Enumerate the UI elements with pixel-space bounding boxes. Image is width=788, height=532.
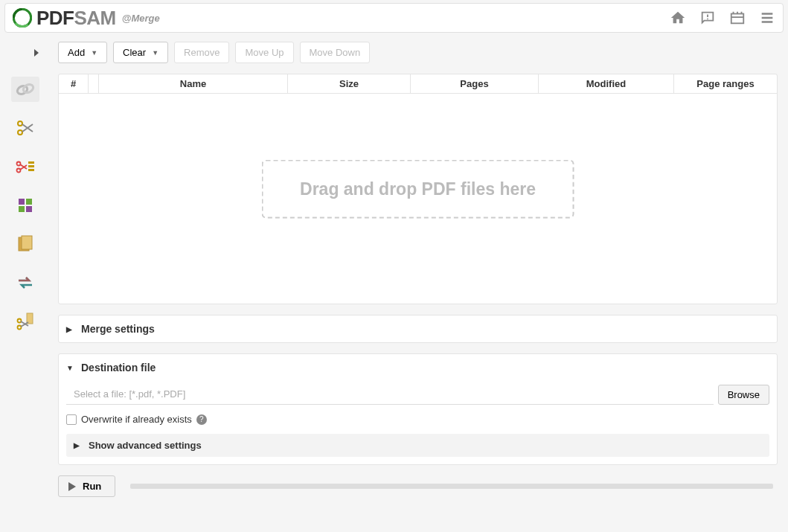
col-modified[interactable]: Modified xyxy=(539,74,674,93)
destination-toggle[interactable]: ▼ Destination file xyxy=(66,362,769,374)
toolbar: Add▼ Clear▼ Remove Move Up Move Down xyxy=(58,42,778,63)
sidebar xyxy=(0,33,51,528)
mix-icon xyxy=(16,234,35,254)
svg-rect-21 xyxy=(22,236,32,249)
destination-section: ▼ Destination file Browse Overwrite if a… xyxy=(58,353,778,465)
file-table: # Name Size Pages Modified Page ranges D… xyxy=(58,74,778,304)
home-icon[interactable] xyxy=(670,10,686,26)
svg-rect-17 xyxy=(26,199,32,205)
rotate-icon xyxy=(15,275,36,291)
split-bookmarks-icon xyxy=(15,158,36,176)
sidebar-item-alternate-mix[interactable] xyxy=(11,231,39,257)
sidebar-collapse-icon[interactable] xyxy=(34,48,40,59)
sidebar-item-split-size[interactable] xyxy=(11,309,39,334)
news-icon[interactable] xyxy=(729,10,746,26)
svg-rect-15 xyxy=(28,169,34,171)
movedown-button[interactable]: Move Down xyxy=(300,42,371,63)
overwrite-label: Overwrite if already exists xyxy=(81,414,192,425)
caret-right-icon: ▶ xyxy=(74,441,83,449)
destination-file-input[interactable] xyxy=(66,384,714,405)
sidebar-item-merge[interactable] xyxy=(11,77,39,102)
extract-icon xyxy=(16,196,35,215)
table-header: # Name Size Pages Modified Page ranges xyxy=(59,74,777,94)
col-size[interactable]: Size xyxy=(288,74,411,93)
menu-icon[interactable] xyxy=(759,10,775,26)
col-pages[interactable]: Pages xyxy=(411,74,539,93)
brand-text: PDFSAM xyxy=(36,7,116,30)
svg-point-10 xyxy=(18,130,22,135)
clear-button[interactable]: Clear▼ xyxy=(113,42,168,63)
advanced-settings-toggle[interactable]: ▶ Show advanced settings xyxy=(66,434,769,457)
merge-settings-toggle[interactable]: ▶ Merge settings xyxy=(66,323,769,335)
svg-rect-13 xyxy=(28,161,34,164)
svg-rect-16 xyxy=(19,199,25,205)
svg-rect-14 xyxy=(28,165,34,167)
moveup-button[interactable]: Move Up xyxy=(235,42,293,63)
add-button[interactable]: Add▼ xyxy=(58,42,107,63)
col-name[interactable]: Name xyxy=(99,74,288,93)
svg-point-4 xyxy=(707,18,708,19)
svg-rect-18 xyxy=(19,206,25,212)
browse-button[interactable]: Browse xyxy=(718,385,769,405)
brand: PDFSAM @Merge xyxy=(13,7,160,30)
feedback-icon[interactable] xyxy=(699,10,716,26)
brand-subtitle: @Merge xyxy=(122,13,160,24)
play-icon xyxy=(68,482,77,491)
app-header: PDFSAM @Merge xyxy=(4,3,784,33)
run-button[interactable]: Run xyxy=(58,475,115,497)
progress-bar xyxy=(130,484,773,489)
scissors-icon xyxy=(16,118,35,138)
remove-button[interactable]: Remove xyxy=(174,42,229,63)
sidebar-item-split[interactable] xyxy=(11,115,39,141)
sidebar-item-split-bookmarks[interactable] xyxy=(11,154,39,179)
col-index[interactable]: # xyxy=(59,74,89,93)
overwrite-checkbox[interactable] xyxy=(66,414,77,425)
split-size-icon xyxy=(15,312,36,331)
merge-settings-section: ▶ Merge settings xyxy=(58,315,778,343)
caret-down-icon: ▼ xyxy=(66,364,75,372)
merge-icon xyxy=(15,81,36,97)
app-logo-icon xyxy=(13,8,32,28)
svg-rect-19 xyxy=(26,206,32,212)
sidebar-item-extract[interactable] xyxy=(11,193,39,218)
help-icon[interactable]: ? xyxy=(196,414,207,425)
caret-right-icon: ▶ xyxy=(66,325,75,333)
col-page-ranges[interactable]: Page ranges xyxy=(674,74,777,93)
svg-rect-5 xyxy=(731,14,744,24)
svg-point-9 xyxy=(18,121,22,126)
sidebar-item-rotate[interactable] xyxy=(11,270,39,295)
drop-zone[interactable]: Drag and drop PDF files here xyxy=(261,160,574,219)
